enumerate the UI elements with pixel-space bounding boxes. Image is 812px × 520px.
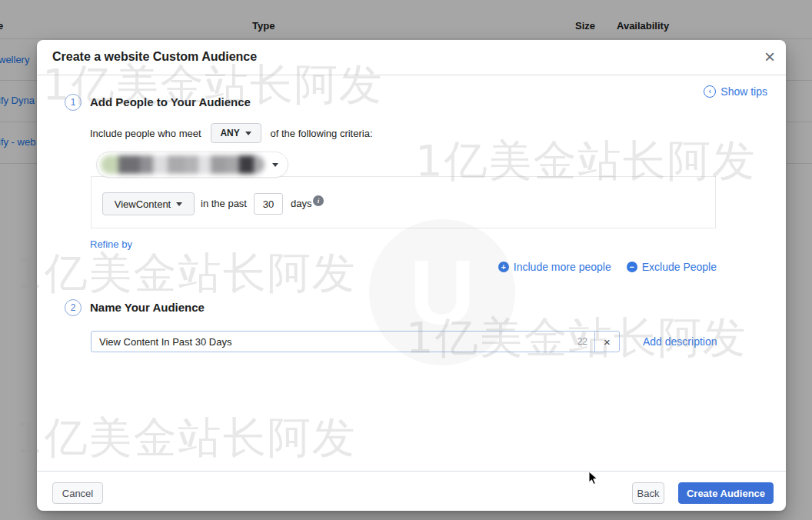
include-more-people-label: Include more people <box>514 261 611 273</box>
include-exclude-row: + Include more people − Exclude People <box>498 261 717 273</box>
match-rule-row: Include people who meet ANY of the follo… <box>90 123 373 143</box>
event-dropdown-value: ViewContent <box>115 198 171 210</box>
pixel-source-dropdown[interactable] <box>96 152 288 178</box>
caret-down-icon <box>245 132 251 135</box>
caret-down-icon <box>272 163 278 167</box>
clear-name-button[interactable]: × <box>594 332 619 352</box>
show-tips-link[interactable]: ‹ Show tips <box>704 85 767 98</box>
step-1-title: Add People to Your Audience <box>90 95 251 108</box>
audience-name-field: 22 × <box>91 331 620 352</box>
plus-circle-icon: + <box>498 262 509 272</box>
refine-by-link[interactable]: Refine by <box>90 238 132 250</box>
event-dropdown[interactable]: ViewContent <box>102 192 195 215</box>
audience-name-input[interactable] <box>92 332 577 352</box>
step-1-badge: 1 <box>65 94 82 111</box>
caret-down-icon <box>176 202 182 206</box>
match-any-value: ANY <box>220 128 239 138</box>
exclude-people-link[interactable]: − Exclude People <box>627 261 717 273</box>
add-description-link[interactable]: Add description <box>643 335 717 348</box>
include-prefix-label: Include people who meet <box>90 128 201 139</box>
dialog-title: Create a website Custom Audience <box>52 50 257 64</box>
header-divider <box>37 75 786 75</box>
days-label: days <box>291 198 311 209</box>
create-custom-audience-dialog: Create a website Custom Audience × ‹ Sho… <box>37 40 786 511</box>
minus-circle-icon: − <box>627 262 637 272</box>
include-more-people-link[interactable]: + Include more people <box>498 261 611 273</box>
create-audience-button[interactable]: Create Audience <box>678 482 774 504</box>
step-2-title: Name Your Audience <box>90 301 205 314</box>
show-tips-label: Show tips <box>720 85 767 98</box>
include-suffix-label: of the following criteria: <box>271 128 373 139</box>
days-input[interactable] <box>254 193 283 215</box>
footer-divider <box>37 471 786 472</box>
close-icon[interactable]: × <box>764 46 775 68</box>
redacted-pixel-name <box>101 155 265 174</box>
back-button[interactable]: Back <box>632 482 664 504</box>
step-2-badge: 2 <box>65 299 82 316</box>
chevron-left-circle-icon: ‹ <box>704 85 716 98</box>
char-count: 22 <box>577 336 594 347</box>
in-the-past-label: in the past <box>201 198 247 209</box>
match-any-dropdown[interactable]: ANY <box>211 123 261 143</box>
exclude-people-label: Exclude People <box>642 261 717 273</box>
cancel-button[interactable]: Cancel <box>52 482 103 504</box>
info-icon[interactable]: i <box>313 195 324 206</box>
